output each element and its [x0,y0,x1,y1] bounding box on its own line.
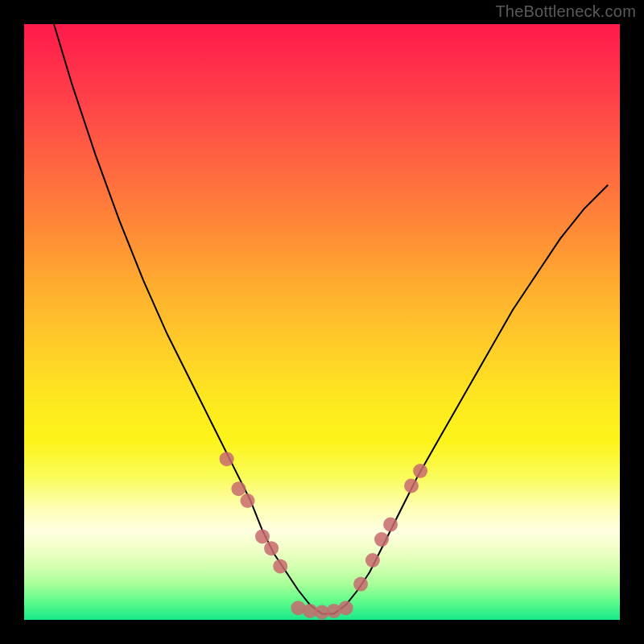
data-marker [413,464,427,478]
data-marker [383,518,398,532]
data-marker [353,577,368,592]
chart-svg [24,24,620,620]
chart-frame: TheBottleneck.com [0,0,644,644]
data-marker [339,601,353,615]
data-marker [231,481,246,496]
bottleneck-curve [54,24,608,614]
data-marker [404,479,419,493]
watermark-text: TheBottleneck.com [495,2,636,21]
data-marker [273,559,287,573]
data-marker [255,529,270,543]
plot-area [24,24,620,620]
data-marker [264,541,279,555]
data-marker [374,532,389,547]
data-marker [241,493,255,508]
data-marker [220,452,234,466]
data-marker [365,553,380,568]
